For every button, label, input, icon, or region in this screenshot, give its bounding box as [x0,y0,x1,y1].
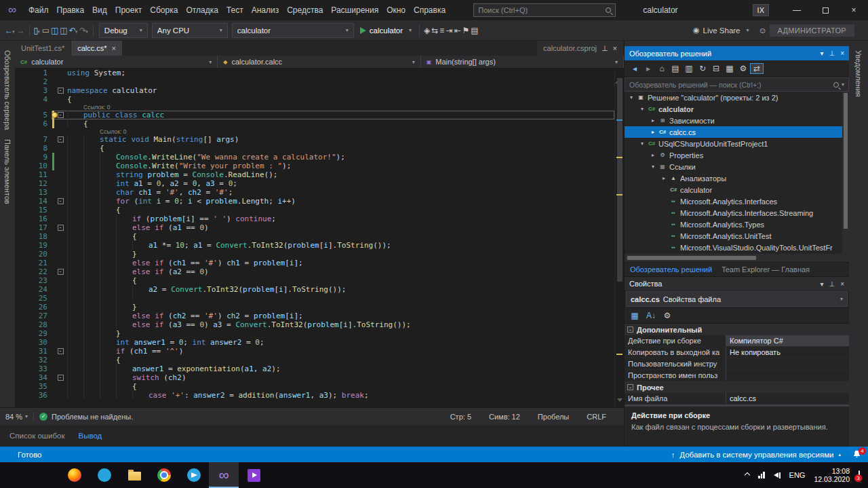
code-line[interactable]: 29} [15,329,614,338]
code-line[interactable]: 30int answer1 = 0; int answer2 = 0; [15,338,614,347]
code-health-icon[interactable]: ✓ [39,413,47,421]
telegram[interactable] [179,462,209,488]
hidden-icons-chevron-icon[interactable] [745,472,750,478]
tool-window-tab[interactable]: Панель элементов [3,139,12,204]
line-endings-indicator[interactable]: CRLF [587,413,606,421]
add-to-source-control-button[interactable]: Добавить в систему управления версиями [679,451,833,459]
expander-icon[interactable]: ▾ [638,140,646,147]
property-row[interactable]: Пользовательский инстру [625,358,849,370]
breakpoint-margin[interactable] [15,303,28,312]
code-line[interactable]: 22-else if (a2 == 0) [15,267,614,276]
property-row[interactable]: Пространство имен польз [625,370,849,381]
tool-window-tab[interactable]: Уведомления [854,50,863,97]
tree-item[interactable]: ▾C#USqlCSharpUdoUnitTestProject1 [625,138,849,149]
notifications-button[interactable]: 4 [852,450,861,459]
network-icon[interactable] [758,472,765,478]
collapse-icon[interactable]: - [627,326,633,333]
menu-item[interactable]: Отладка [182,0,222,20]
chevron-down-icon[interactable]: ▾ [75,29,78,34]
chevron-up-icon[interactable]: ▴ [838,452,841,457]
property-section[interactable]: -Прочее [625,381,849,393]
chevron-down-icon[interactable]: ▾ [12,29,15,34]
tree-item[interactable]: ▾▣Решение "calculator" (проекты: 2 из 2) [625,92,849,103]
solution-search-box[interactable]: Обозреватель решений — поиск (Ctrl+;) ▾ [625,77,849,92]
code-line[interactable]: 14-for (int i = 0; i < problem.Length; i… [15,197,614,206]
breakpoint-margin[interactable] [15,119,28,128]
chevron-down-icon[interactable]: ▾ [842,81,844,88]
code-line[interactable]: 33answer1 = exponentiation(a1, a2); [15,364,614,373]
breakpoint-margin[interactable] [15,391,28,400]
start-debugging-button[interactable]: calculator▾ [360,26,412,35]
expander-icon[interactable]: ▸ [649,152,657,158]
breadcrumb[interactable]: ▣Main(string[] args)▾ [421,56,624,68]
collapse-icon[interactable]: - [58,375,64,381]
pin-icon[interactable]: ⊥ [829,50,835,57]
code-line[interactable]: 5-public class calcc [15,111,614,119]
code-line[interactable]: 27else if (ch2 == '#') ch2 = problem[i]; [15,312,614,320]
code-line[interactable]: 28else if (a3 == 0) a3 = Convert.ToInt32… [15,320,614,329]
window-menu-icon[interactable]: ▾ [820,280,823,288]
breakpoint-margin[interactable] [15,179,28,188]
collapse-icon[interactable]: - [58,198,64,204]
tree-item[interactable]: C#calculator [625,184,849,195]
close-icon[interactable]: × [112,44,116,52]
menu-item[interactable]: Вид [88,0,111,20]
taskbar-clock[interactable]: 13:08 12.03.2020 [814,467,850,484]
code-line[interactable]: 15{ [15,206,614,214]
chevron-down-icon[interactable]: ▾ [85,29,88,34]
scrollbar-thumb[interactable] [617,78,623,282]
navigate-forward-icon[interactable]: → [16,26,26,35]
codelens-references[interactable]: Ссылок: 0 [15,128,614,135]
explorer-tab[interactable]: Team Explorer — Главная [722,265,810,274]
switch-views-icon[interactable]: ▤ [669,64,682,73]
breakpoint-margin[interactable] [15,329,28,338]
code-line[interactable]: 4{ [15,95,614,104]
collapse-icon[interactable]: - [58,112,64,118]
collapse-all-icon[interactable]: ⊟ [709,64,723,73]
property-row[interactable]: Имя файлаcalcc.cs [625,393,849,405]
menu-item[interactable]: Проект [111,0,146,20]
code-line[interactable]: 7-static void Main(string[] args) [15,135,614,144]
editor-tab[interactable]: UnitTest1.cs* [15,41,71,56]
expander-icon[interactable]: ▸ [660,175,668,181]
editor-tab[interactable]: calculator.csproj⊥× [537,41,623,56]
solution-configurations-dropdown[interactable]: Debug▾ [99,23,148,38]
code-line[interactable]: 11string problem = Console.ReadLine(); [15,170,614,179]
breadcrumb[interactable]: ◆calculator.calcc▾ [218,56,420,68]
outdent-icon[interactable]: ⇤ [453,26,461,35]
breakpoint-margin[interactable] [15,86,28,95]
expander-icon[interactable]: ▾ [649,164,657,170]
home-icon[interactable]: ⌂ [655,64,669,73]
breakpoint-margin[interactable] [15,197,28,206]
breakpoint-margin[interactable] [15,250,28,259]
breakpoint-margin[interactable] [15,135,28,144]
collapse-icon[interactable]: - [58,225,64,231]
breakpoint-margin[interactable] [15,144,28,153]
collapse-icon[interactable]: - [627,384,633,390]
breakpoint-margin[interactable] [15,338,28,347]
breakpoint-margin[interactable] [15,153,28,162]
tree-item[interactable]: ▾C#calculator [625,103,849,115]
start-button[interactable] [0,462,30,488]
code-line[interactable]: 36case '+': answer2 = addition(answer1, … [15,391,614,400]
alphabetical-icon[interactable]: A↓ [644,311,658,320]
breakpoint-margin[interactable] [15,347,28,356]
breakpoint-margin[interactable] [15,111,28,119]
startup-projects-dropdown[interactable]: calculator▾ [232,23,354,38]
breadcrumb[interactable]: C#calculator▾ [15,56,218,68]
close-icon[interactable]: × [613,44,617,52]
tree-item[interactable]: ▸▲Анализаторы [625,172,849,184]
chevron-down-icon[interactable]: ▾ [37,29,40,34]
property-row[interactable]: Копировать в выходной каНе копировать [625,347,849,358]
tree-item[interactable]: ▸⚙Properties [625,149,849,161]
line-indicator[interactable]: Стр: 5 [450,413,471,421]
categorized-icon[interactable]: ▦ [628,311,642,320]
menu-item[interactable]: Правка [53,0,89,20]
explorer-tab[interactable]: Обозреватель решений [630,265,712,274]
tree-horizontal-scrollbar[interactable] [625,254,849,262]
breakpoint-margin[interactable] [15,267,28,276]
code-line[interactable]: 18{ [15,232,614,241]
panel-tab[interactable]: Список ошибок [9,432,65,440]
code-line[interactable]: 6{ [15,119,614,128]
tree-item[interactable]: ▪▪Microsoft.VisualStudio.QualityTools.Un… [625,242,849,253]
